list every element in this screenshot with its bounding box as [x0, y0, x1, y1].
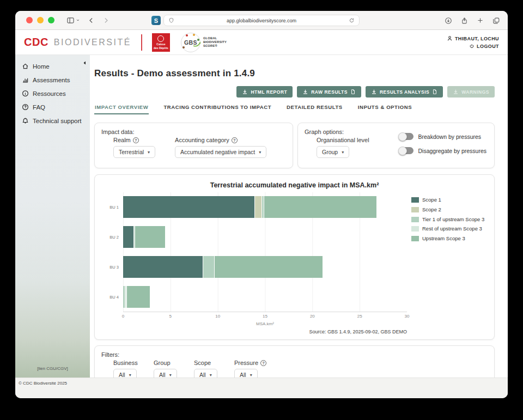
bar-segment — [126, 286, 150, 308]
browser-window: S app.globalbiodiversityscore.com — [15, 11, 508, 398]
ressources-icon — [22, 90, 29, 97]
tab-detailed-results[interactable]: DETAILED RESULTS — [286, 102, 343, 114]
back-icon[interactable] — [88, 17, 95, 24]
share-icon[interactable] — [461, 17, 468, 25]
file-icon — [350, 89, 356, 95]
page-title: Results - Demo assessment in 1.4.9 — [94, 68, 495, 79]
person-icon — [447, 35, 453, 41]
minimize-window-icon[interactable] — [37, 17, 44, 23]
support-icon — [22, 117, 29, 124]
file-icon — [432, 89, 437, 95]
x-tick: 20 — [310, 314, 315, 319]
reload-icon[interactable] — [349, 17, 355, 23]
realm-label: Realm — [113, 137, 155, 143]
cdc-biodiversite-label: BIODIVERSITÉ — [54, 38, 131, 47]
chart-plot: BU 1BU 2BU 3BU 4 051015202530 MSA.km² So… — [101, 192, 407, 334]
close-window-icon[interactable] — [26, 17, 33, 23]
forward-icon[interactable] — [102, 17, 110, 24]
business-select[interactable]: All — [113, 369, 137, 378]
assessments-icon — [22, 76, 29, 83]
tab-tracing-contributions-to-impact[interactable]: TRACING CONTRIBUTIONS TO IMPACT — [163, 102, 272, 114]
toggle-disaggregate-by-pressures[interactable]: Disaggregate by pressures — [399, 147, 486, 154]
bar-segment — [203, 256, 214, 278]
accounting-category-select[interactable]: Accumulated negative impact — [175, 146, 266, 158]
sidebar-item-ressources[interactable]: Ressources — [15, 87, 90, 100]
pressure-select[interactable]: All — [234, 369, 258, 378]
sidebar-item-faq[interactable]: FAQ — [15, 100, 90, 114]
sidebar-collapse-icon[interactable] — [82, 58, 87, 68]
bar-label: BU 1 — [101, 192, 123, 222]
filters-title: Filters: — [101, 351, 488, 358]
bar-segment — [123, 256, 203, 278]
bar-label: BU 4 — [101, 282, 123, 312]
user-menu[interactable]: THIBAUT, LOCHU — [447, 35, 499, 41]
bar-segment — [254, 196, 261, 218]
legend-item[interactable]: Scope 1 — [411, 197, 488, 204]
traffic-lights — [26, 17, 54, 23]
help-icon[interactable] — [232, 137, 238, 143]
gbs-logo: GBS GLOBAL BIODIVERSITY SCORE® — [181, 33, 227, 52]
privacy-shield-icon[interactable] — [168, 17, 174, 23]
downloads-icon[interactable] — [445, 17, 452, 25]
legend-item[interactable]: Tier 1 of upstream Scope 3 — [411, 216, 488, 223]
chart-rows — [123, 192, 407, 312]
url-text: app.globalbiodiversityscore.com — [174, 18, 349, 23]
bar-label: BU 2 — [101, 222, 123, 252]
toggle-switch-icon[interactable] — [399, 147, 413, 154]
brand-divider — [141, 34, 142, 51]
filters-panel: Filters: BusinessAllGroupAllScopeAllPres… — [94, 345, 495, 378]
sidebar-item-technical-support[interactable]: Technical support — [15, 114, 90, 127]
results-analysis-button[interactable]: RESULTS ANALYSIS — [366, 86, 443, 98]
faq-icon — [22, 104, 29, 111]
group-select[interactable]: All — [154, 369, 177, 378]
legend-item[interactable]: Rest of upstream Scope 3 — [411, 226, 488, 233]
scope-select[interactable]: All — [194, 369, 217, 378]
download-icon — [302, 89, 308, 95]
logout-button[interactable]: LOGOUT — [469, 44, 499, 49]
legend-item[interactable]: Upstream Scope 3 — [411, 235, 488, 242]
x-tick: 15 — [263, 314, 267, 319]
app-footer: © CDC Biodiversité 2025 — [15, 378, 508, 398]
new-tab-icon[interactable] — [477, 17, 484, 24]
organisational-level-label: Organisational level — [317, 137, 369, 143]
graph-options-panel: Graph options: Organisational level Grou… — [297, 123, 495, 168]
tab-impact-overview[interactable]: IMPACT OVERVIEW — [94, 102, 149, 114]
toggle-breakdown-by-pressures[interactable]: Breakdown by pressures — [399, 133, 486, 140]
toggle-switch-icon[interactable] — [399, 133, 413, 140]
tab-inputs-options[interactable]: INPUTS & OPTIONS — [357, 102, 412, 114]
impact-data-title: Impact data: — [101, 129, 286, 135]
legend-swatch — [411, 226, 419, 232]
chart-panel: Terrestrial accumulated negative impact … — [94, 174, 495, 340]
chart-title: Terrestrial accumulated negative impact … — [101, 181, 488, 189]
extension-icon[interactable]: S — [151, 16, 161, 25]
help-icon[interactable] — [260, 360, 266, 366]
warnings-button: WARNINGS — [447, 86, 495, 98]
tab-overview-icon[interactable] — [492, 17, 500, 25]
maximize-window-icon[interactable] — [48, 17, 54, 23]
legend-item[interactable]: Scope 2 — [411, 206, 488, 214]
impact-fields: RealmTerrestrialAccounting categoryAccum… — [113, 137, 286, 158]
filter-fields: BusinessAllGroupAllScopeAllPressureAll — [113, 360, 488, 378]
organisational-level-select[interactable]: Group — [317, 146, 349, 158]
realm-select[interactable]: Terrestrial — [113, 146, 155, 158]
screen: S app.globalbiodiversityscore.com — [0, 0, 523, 420]
html-report-button[interactable]: HTML REPORT — [236, 86, 293, 98]
legend-swatch — [411, 207, 419, 212]
bar-segment — [214, 256, 323, 278]
x-tick: 0 — [122, 314, 124, 319]
sidebar-nav: HomeAssessmentsRessourcesFAQTechnical su… — [15, 55, 90, 127]
raw-results-button[interactable]: RAW RESULTS — [297, 86, 361, 98]
group-label: Group — [154, 360, 194, 366]
chart-category-labels: BU 1BU 2BU 3BU 4 — [101, 192, 123, 334]
address-bar[interactable]: app.globalbiodiversityscore.com — [163, 15, 360, 26]
cdc-logo: CDC — [24, 36, 48, 48]
sidebar-item-home[interactable]: Home — [15, 59, 90, 73]
cgu-link[interactable]: [lien CGU/CGV] — [15, 366, 90, 371]
x-tick: 25 — [357, 314, 362, 319]
sidebar-toggle-icon[interactable] — [66, 16, 80, 25]
sidebar-item-assessments[interactable]: Assessments — [15, 73, 90, 87]
user-name: THIBAUT, LOCHU — [455, 36, 499, 41]
help-icon[interactable] — [133, 137, 139, 143]
pressure-toggles: Breakdown by pressuresDisaggregate by pr… — [399, 133, 486, 154]
chart-x-axis: 051015202530 — [123, 313, 407, 320]
